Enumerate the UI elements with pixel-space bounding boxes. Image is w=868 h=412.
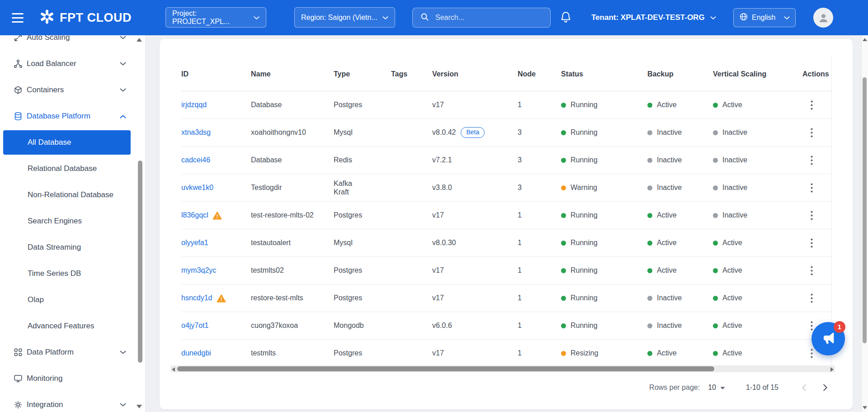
status-dot-icon xyxy=(713,296,718,301)
row-id-link[interactable]: xtna3dsg xyxy=(181,128,211,137)
sidebar-item-relational-database[interactable]: Relational Database xyxy=(0,156,145,182)
row-type: Postgres xyxy=(334,266,391,275)
sidebar-item-non-relational-database[interactable]: Non-Relational Database xyxy=(0,182,145,208)
database-table: ID Name Type Tags Version Node Status Ba… xyxy=(181,57,832,367)
rows-per-page-select[interactable]: 10 xyxy=(708,384,725,392)
status-dot-icon xyxy=(561,268,566,273)
table-row: l836gqcl test-restore-mlts-02 Postgres v… xyxy=(181,202,832,229)
row-name: restore-test-mlts xyxy=(251,294,320,303)
row-vertical-scaling: Active xyxy=(713,101,802,109)
sidebar-item-search-engines[interactable]: Search Engines xyxy=(0,208,145,234)
search-input[interactable] xyxy=(434,13,543,22)
database-list-card: ID Name Type Tags Version Node Status Ba… xyxy=(160,39,853,409)
sidebar-item-auto-scaling[interactable]: Auto Scaling xyxy=(0,35,145,51)
sidebar-scroll-up-arrow-icon[interactable] xyxy=(137,38,142,42)
scroll-right-arrow-icon[interactable] xyxy=(830,367,834,372)
sidebar-scrollbar-thumb[interactable] xyxy=(138,161,142,363)
row-status: Running xyxy=(561,211,647,219)
scroll-left-arrow-icon[interactable] xyxy=(172,367,175,372)
column-header-tags: Tags xyxy=(391,70,432,78)
row-actions-button[interactable] xyxy=(806,125,817,140)
status-dot-icon xyxy=(647,241,652,246)
sidebar-item-data-platform[interactable]: Data Platform xyxy=(0,339,145,365)
region-select[interactable]: Region: Saigon (Vietn... xyxy=(294,7,395,28)
row-id-link[interactable]: cadcei46 xyxy=(181,156,210,164)
sidebar-item-advanced-features[interactable]: Advanced Features xyxy=(0,313,145,339)
fpt-cloud-logo[interactable]: FPT CLOUD xyxy=(39,0,132,35)
sidebar-subitem-label: Non-Relational Database xyxy=(28,190,113,199)
row-version: v8.0.42 xyxy=(432,128,456,137)
row-id-link[interactable]: l836gqcl xyxy=(181,211,208,219)
beta-badge: Beta xyxy=(461,127,485,137)
row-node: 3 xyxy=(518,184,561,192)
table-body: irjdzqqd Database Postgres v17 1 Running… xyxy=(181,91,832,367)
row-name: Database xyxy=(251,156,320,165)
row-actions-button[interactable] xyxy=(806,291,817,306)
row-name: testmlts xyxy=(251,349,320,358)
status-dot-icon xyxy=(561,130,566,135)
horizontal-scrollbar-thumb[interactable] xyxy=(177,366,714,371)
sidebar-item-load-balancer[interactable]: Load Balancer xyxy=(0,51,145,77)
sidebar-item-all-database[interactable]: All Database xyxy=(3,130,131,155)
status-label: Warning xyxy=(571,184,597,192)
sidebar-item-data-streaming[interactable]: Data Streaming xyxy=(0,234,145,260)
sidebar-item-containers[interactable]: Containers xyxy=(0,77,145,103)
auto-scaling-icon xyxy=(14,35,23,42)
notifications-bell-icon[interactable] xyxy=(560,11,572,25)
row-id-link[interactable]: o4jy7ot1 xyxy=(181,322,209,330)
row-status: Resizing xyxy=(561,349,647,357)
row-type: Postgres xyxy=(334,294,391,302)
language-select[interactable]: English xyxy=(733,8,796,27)
row-actions-button[interactable] xyxy=(806,236,817,251)
chevron-down-icon xyxy=(784,14,790,22)
main-content: ID Name Type Tags Version Node Status Ba… xyxy=(146,35,861,412)
data-platform-icon xyxy=(14,348,23,357)
row-type: Redis xyxy=(334,156,391,164)
chevron-up-icon xyxy=(120,114,126,118)
row-id-link[interactable]: dunedgbi xyxy=(181,349,211,357)
tenant-select[interactable]: Tenant: XPLAT-DEV-TEST-ORG xyxy=(591,0,716,35)
row-actions-button[interactable] xyxy=(806,98,817,113)
backup-label: Inactive xyxy=(657,322,682,330)
scroll-up-arrow-icon[interactable] xyxy=(863,38,867,41)
row-type: Postgres xyxy=(334,100,391,109)
project-select-value: Project: PROJECT_XPL... xyxy=(172,9,254,26)
row-actions-button[interactable] xyxy=(806,208,817,223)
row-id-link[interactable]: irjdzqqd xyxy=(181,101,207,109)
sidebar-item-monitoring[interactable]: Monitoring xyxy=(0,365,145,392)
row-actions-button[interactable] xyxy=(806,263,817,278)
scroll-down-arrow-icon[interactable] xyxy=(863,406,867,409)
status-dot-icon xyxy=(561,213,566,218)
hamburger-menu-button[interactable] xyxy=(10,11,25,24)
row-actions-button[interactable] xyxy=(806,180,817,195)
table-header-row: ID Name Type Tags Version Node Status Ba… xyxy=(181,57,832,91)
row-vertical-scaling: Inactive xyxy=(713,128,802,137)
sidebar-scroll-down-arrow-icon[interactable] xyxy=(137,405,142,408)
logo-text: FPT CLOUD xyxy=(60,11,132,25)
column-header-id: ID xyxy=(181,70,251,78)
row-type: Mysql xyxy=(334,238,391,247)
user-avatar[interactable] xyxy=(813,8,833,28)
sidebar-item-database-platform[interactable]: Database Platform xyxy=(0,103,145,129)
row-id-link[interactable]: mym3q2yc xyxy=(181,266,216,275)
row-status: Running xyxy=(561,294,647,302)
horizontal-scrollbar[interactable] xyxy=(170,365,835,372)
next-page-button[interactable] xyxy=(818,381,832,394)
row-actions-button[interactable] xyxy=(806,153,817,168)
vertical-scrollbar[interactable] xyxy=(861,35,868,412)
previous-page-button[interactable] xyxy=(797,381,811,394)
row-id-link[interactable]: olyyefa1 xyxy=(181,239,208,247)
project-select[interactable]: Project: PROJECT_XPL... xyxy=(165,7,266,28)
row-id-link[interactable]: uvkwe1k0 xyxy=(181,184,213,192)
table-row: cadcei46 Database Redis v7.2.1 3 Running… xyxy=(181,147,832,174)
announcements-fab-button[interactable]: 1 xyxy=(811,322,845,355)
vertical-scrollbar-thumb[interactable] xyxy=(863,77,867,343)
sidebar-item-olap[interactable]: Olap xyxy=(0,287,145,313)
table-row: hsncdy1d restore-test-mlts Postgres v17 … xyxy=(181,284,832,312)
backup-label: Active xyxy=(657,101,677,109)
backup-label: Active xyxy=(657,266,677,275)
row-node: 1 xyxy=(518,266,561,275)
sidebar-item-time-series-db[interactable]: Time Series DB xyxy=(0,260,145,287)
row-id-link[interactable]: hsncdy1d xyxy=(181,294,212,302)
sidebar-item-integration[interactable]: Integration xyxy=(0,392,145,412)
